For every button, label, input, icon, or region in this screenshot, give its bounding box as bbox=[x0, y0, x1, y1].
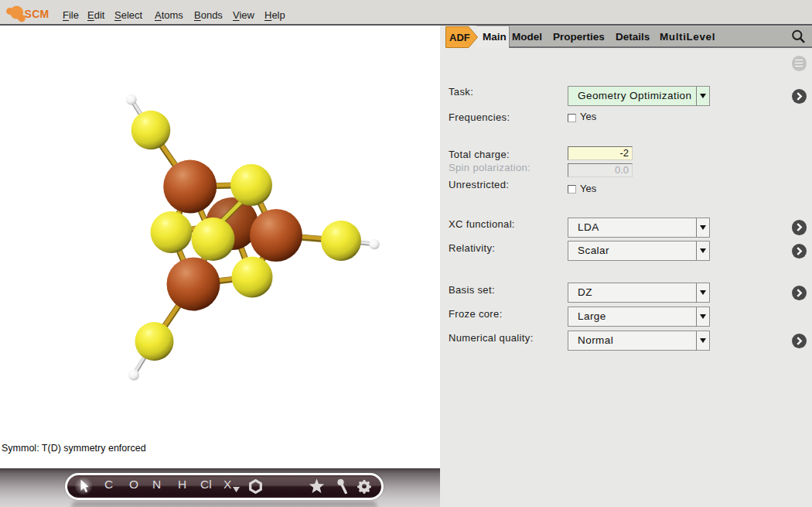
svg-text:ADF: ADF bbox=[449, 32, 470, 43]
